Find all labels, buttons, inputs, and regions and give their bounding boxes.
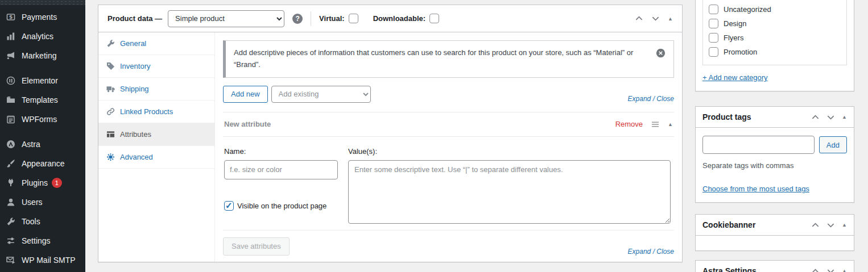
virtual-checkbox[interactable] xyxy=(349,14,358,23)
downloadable-option: Downloadable: xyxy=(373,14,439,23)
attributes-toolbar: Add new Add existing Expand / Close xyxy=(223,78,674,112)
marketing-megaphone-icon xyxy=(5,51,16,60)
drag-handle-icon[interactable] xyxy=(651,120,660,129)
choose-most-used-tags-link[interactable]: Choose from the most used tags xyxy=(702,185,809,193)
sidebar-item-appearance[interactable]: Appearance xyxy=(0,154,85,173)
category-item-design: Design xyxy=(706,16,843,31)
sidebar-item-analytics[interactable]: Analytics xyxy=(0,27,85,46)
attributes-tab-content: Add descriptive pieces of information th… xyxy=(215,32,682,262)
move-up-icon[interactable] xyxy=(635,14,643,23)
collapse-toggle-icon[interactable]: ▲ xyxy=(668,16,673,22)
tab-general[interactable]: General xyxy=(98,32,214,55)
dismiss-icon[interactable] xyxy=(656,48,666,62)
attributes-info-notice: Add descriptive pieces of information th… xyxy=(223,40,674,78)
gear-icon xyxy=(106,153,115,161)
move-down-icon[interactable] xyxy=(651,14,660,23)
collapse-toggle-icon[interactable]: ▲ xyxy=(842,114,847,120)
tab-label: General xyxy=(120,39,146,48)
tags-input[interactable] xyxy=(702,136,815,154)
attribute-name-input[interactable] xyxy=(224,160,338,179)
sidebar-item-elementor[interactable]: Elementor xyxy=(0,71,85,90)
product-data-tabs: General Inventory Shipping Linked Produc… xyxy=(98,32,215,262)
tab-linked-products[interactable]: Linked Products xyxy=(98,101,214,123)
sidebar-item-users[interactable]: Users xyxy=(0,193,85,212)
sidebar-item-label: Astra xyxy=(22,140,40,149)
attribute-collapse-icon[interactable]: ▲ xyxy=(668,122,673,127)
tab-advanced[interactable]: Advanced xyxy=(98,146,214,169)
sidebar-item-templates[interactable]: Templates xyxy=(0,90,85,110)
tab-label: Inventory xyxy=(120,62,150,70)
category-item-flyers: Flyers xyxy=(706,31,843,45)
tag-icon xyxy=(106,62,115,70)
attribute-title: New attribute xyxy=(224,120,271,128)
move-up-icon[interactable] xyxy=(811,221,820,229)
visible-checkbox[interactable] xyxy=(224,201,234,211)
panel-controls: ▲ xyxy=(811,221,847,229)
downloadable-checkbox[interactable] xyxy=(429,14,439,23)
help-icon[interactable]: ? xyxy=(292,14,303,24)
collapse-toggle-icon[interactable]: ▲ xyxy=(842,222,847,228)
sidebar-item-astra[interactable]: Astra xyxy=(0,135,85,154)
sidebar-item-label: Payments xyxy=(22,12,57,22)
category-checkbox[interactable] xyxy=(709,19,718,28)
plugins-update-badge: 1 xyxy=(52,178,62,188)
product-tags-header[interactable]: Product tags ▲ xyxy=(696,107,854,128)
move-up-icon[interactable] xyxy=(811,267,820,272)
remove-attribute-link[interactable]: Remove xyxy=(615,120,643,128)
astra-settings-header[interactable]: Astra Settings ▲ xyxy=(696,261,854,272)
product-categories-panel: Uncategorized Design Flyers Promotion + … xyxy=(695,0,854,91)
admin-sidebar: $ Payments Analytics Marketing Elementor… xyxy=(0,0,85,272)
add-new-button[interactable]: Add new xyxy=(223,86,268,103)
attribute-row-header[interactable]: New attribute Remove ▲ xyxy=(223,112,674,137)
sidebar-item-payments[interactable]: $ Payments xyxy=(0,7,85,27)
move-down-icon[interactable] xyxy=(826,267,835,272)
product-type-select[interactable]: Simple product xyxy=(168,10,284,27)
cookiebanner-header[interactable]: Cookiebanner ▲ xyxy=(696,215,854,236)
expand-link[interactable]: Expand xyxy=(628,95,651,103)
attributes-footer: Save attributes Expand / Close xyxy=(223,230,674,256)
sidebar-item-plugins[interactable]: Plugins 1 xyxy=(0,173,85,193)
panel-controls: ▲ xyxy=(811,113,847,122)
attributes-table-icon xyxy=(106,130,115,139)
settings-sliders-icon xyxy=(5,236,16,245)
visible-label: Visible on the product page xyxy=(237,202,326,210)
astra-logo-icon xyxy=(5,140,16,149)
attribute-values-column: Value(s): xyxy=(348,147,673,225)
move-up-icon[interactable] xyxy=(811,113,820,122)
expand-link[interactable]: Expand xyxy=(628,248,651,256)
add-new-category-link[interactable]: + Add new category xyxy=(702,73,768,82)
sidebar-item-marketing[interactable]: Marketing xyxy=(0,46,85,65)
sidebar-item-label: Settings xyxy=(22,236,51,245)
category-list-box: Uncategorized Design Flyers Promotion xyxy=(702,0,847,65)
payments-icon: $ xyxy=(5,12,16,22)
sidebar-item-label: Users xyxy=(22,198,43,207)
sidebar-item-label: Analytics xyxy=(22,32,53,41)
close-link[interactable]: Close xyxy=(656,95,674,103)
category-checkbox[interactable] xyxy=(709,33,718,43)
svg-text:$: $ xyxy=(9,14,13,20)
appearance-brush-icon xyxy=(5,159,16,168)
collapse-toggle-icon[interactable]: ▲ xyxy=(842,268,847,272)
category-checkbox[interactable] xyxy=(709,5,718,14)
attribute-values-textarea[interactable] xyxy=(348,160,671,224)
tab-shipping[interactable]: Shipping xyxy=(98,78,214,101)
save-attributes-button[interactable]: Save attributes xyxy=(223,237,290,256)
add-existing-select[interactable]: Add existing xyxy=(271,86,371,103)
product-tags-body: Add Separate tags with commas Choose fro… xyxy=(696,128,854,202)
sidebar-item-settings[interactable]: Settings xyxy=(0,231,85,250)
sidebar-item-wpforms[interactable]: WPForms xyxy=(0,110,85,129)
tab-label: Shipping xyxy=(120,85,149,93)
close-link[interactable]: Close xyxy=(656,248,674,256)
tab-attributes[interactable]: Attributes xyxy=(98,123,214,146)
move-down-icon[interactable] xyxy=(826,221,835,229)
sidebar-item-label: Plugins xyxy=(22,178,48,187)
category-checkbox[interactable] xyxy=(709,47,718,57)
tab-inventory[interactable]: Inventory xyxy=(98,55,214,78)
add-tag-button[interactable]: Add xyxy=(819,136,847,153)
sidebar-item-tools[interactable]: Tools xyxy=(0,212,85,231)
header-divider xyxy=(311,11,311,26)
link-icon xyxy=(106,107,115,116)
move-down-icon[interactable] xyxy=(826,113,835,122)
sidebar-item-wp-mail-smtp[interactable]: WP Mail SMTP xyxy=(0,250,85,270)
category-label: Promotion xyxy=(724,48,757,56)
